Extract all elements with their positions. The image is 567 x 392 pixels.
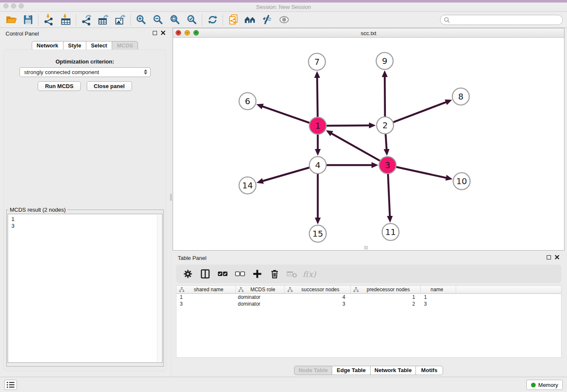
table-panel-tabs: Node Table Edge Table Network Table Moti…: [173, 366, 564, 375]
cell-mcds-role: dominator: [236, 301, 285, 307]
memory-button[interactable]: Memory: [526, 380, 563, 390]
graph-edge[interactable]: [331, 133, 381, 161]
float-table-panel-icon[interactable]: [547, 255, 551, 259]
run-mcds-button[interactable]: Run MCDS: [38, 81, 80, 91]
table-toolbar: f(x): [176, 265, 561, 283]
export-network-button[interactable]: [78, 13, 95, 27]
gear-icon: [183, 269, 193, 279]
select-all-rows-button[interactable]: [217, 267, 228, 281]
show-panels-button[interactable]: [4, 380, 17, 390]
graph-node-label: 7: [314, 57, 320, 67]
open-session-button[interactable]: [3, 13, 19, 27]
close-table-panel-icon[interactable]: [555, 255, 559, 259]
tree-icon: [353, 287, 359, 292]
criterion-select-value: strongly connected component: [24, 69, 99, 75]
table-row[interactable]: 3 dominator 3 2 3: [176, 301, 561, 307]
network-graph: 7968124314101511: [173, 38, 564, 250]
divider-handle-icon[interactable]: [170, 194, 172, 201]
tab-mcds[interactable]: MCDS: [112, 41, 138, 50]
result-scrollbar[interactable]: [157, 215, 162, 362]
tree-icon: [179, 287, 184, 292]
delete-table-icon: [286, 269, 297, 279]
graph-edge[interactable]: [395, 167, 447, 178]
select-all-icon: [217, 269, 228, 279]
zoom-in-button[interactable]: [132, 13, 149, 27]
float-panel-icon[interactable]: [153, 31, 157, 35]
network-canvas[interactable]: 7968124314101511: [173, 38, 564, 250]
import-network-button[interactable]: [40, 13, 57, 27]
column-header-name[interactable]: name: [421, 286, 456, 293]
optimization-criterion-label: Optimization criterion:: [4, 58, 166, 65]
network-window-titlebar[interactable]: ✕ − + scc.txt: [173, 28, 564, 38]
control-panel-tabs: Network Style Select MCDS: [0, 41, 170, 50]
close-panel-icon[interactable]: [161, 30, 165, 35]
hide-graphics-details-button[interactable]: [259, 13, 275, 27]
graph-edge[interactable]: [385, 76, 385, 118]
column-header-successor-nodes[interactable]: successor nodes: [285, 286, 351, 293]
zoom-out-button[interactable]: [149, 13, 166, 27]
save-icon: [22, 14, 34, 25]
graph-edge[interactable]: [262, 167, 311, 181]
first-neighbors-button[interactable]: [242, 13, 259, 27]
panel-divider[interactable]: [170, 28, 173, 377]
deselect-all-icon: [235, 269, 245, 279]
mcds-result-box[interactable]: 1 3: [8, 214, 162, 363]
cell-successor-nodes: 4: [285, 294, 351, 300]
hide-details-icon: [261, 14, 273, 25]
import-table-button[interactable]: [57, 13, 74, 27]
panel-mode-button[interactable]: [199, 267, 211, 281]
export-network-icon: [81, 14, 92, 25]
search-input[interactable]: [452, 17, 559, 23]
export-table-button[interactable]: [95, 13, 112, 27]
cell-mcds-role: dominator: [236, 294, 285, 300]
function-builder-button[interactable]: f(x): [303, 267, 315, 281]
tab-network[interactable]: Network: [32, 41, 63, 50]
tab-node-table[interactable]: Node Table: [294, 366, 332, 375]
delete-table-button[interactable]: [286, 267, 298, 281]
save-session-button[interactable]: [19, 13, 36, 27]
zoom-selected-button[interactable]: [183, 13, 200, 27]
graph-node-label: 6: [245, 96, 250, 106]
graph-edge[interactable]: [385, 133, 387, 150]
zoom-in-icon: [135, 14, 147, 25]
delete-columns-button[interactable]: [269, 267, 281, 281]
table-settings-button[interactable]: [182, 267, 194, 281]
cell-name: 1: [421, 294, 456, 300]
column-header-mcds-role[interactable]: MCDS role: [236, 286, 285, 293]
control-panel-header: Control Panel: [0, 28, 170, 39]
graph-edge[interactable]: [392, 102, 447, 123]
show-graphics-details-button[interactable]: [275, 13, 292, 27]
criterion-select[interactable]: strongly connected component: [19, 67, 151, 77]
tree-icon: [287, 287, 293, 292]
cell-name: 3: [421, 301, 456, 307]
clone-network-button[interactable]: [225, 13, 242, 27]
graph-node-label: 10: [456, 176, 467, 186]
zoom-fit-button[interactable]: [166, 13, 183, 27]
graph-edge[interactable]: [317, 77, 317, 118]
toolbar-separator: [38, 14, 39, 25]
graph-edge[interactable]: [388, 173, 390, 217]
export-table-icon: [98, 14, 109, 25]
column-header-predecessor-nodes[interactable]: predecessor nodes: [351, 286, 421, 293]
add-column-button[interactable]: [251, 267, 263, 281]
tab-network-table[interactable]: Network Table: [370, 366, 416, 375]
graph-node-label: 2: [383, 120, 388, 130]
close-panel-button[interactable]: Close panel: [87, 81, 132, 91]
table-row[interactable]: 1 dominator 4 1 1: [176, 294, 561, 301]
tab-select[interactable]: Select: [86, 41, 112, 50]
export-image-button[interactable]: [112, 13, 129, 27]
column-header-shared-name[interactable]: shared name: [176, 286, 236, 293]
tab-motifs[interactable]: Motifs: [416, 366, 443, 375]
graph-edge[interactable]: [262, 106, 311, 123]
open-folder-icon: [6, 14, 17, 25]
search-icon: [444, 17, 450, 23]
graph-node-label: 8: [458, 91, 464, 102]
canvas-scroll-thumb[interactable]: [364, 246, 368, 249]
graph-edge[interactable]: [325, 125, 370, 126]
session-search[interactable]: [440, 15, 563, 25]
tab-style[interactable]: Style: [63, 41, 86, 50]
tab-edge-table[interactable]: Edge Table: [332, 366, 371, 375]
apply-layout-button[interactable]: [204, 13, 221, 27]
deselect-all-rows-button[interactable]: [234, 267, 246, 281]
cell-shared-name: 3: [176, 301, 236, 307]
